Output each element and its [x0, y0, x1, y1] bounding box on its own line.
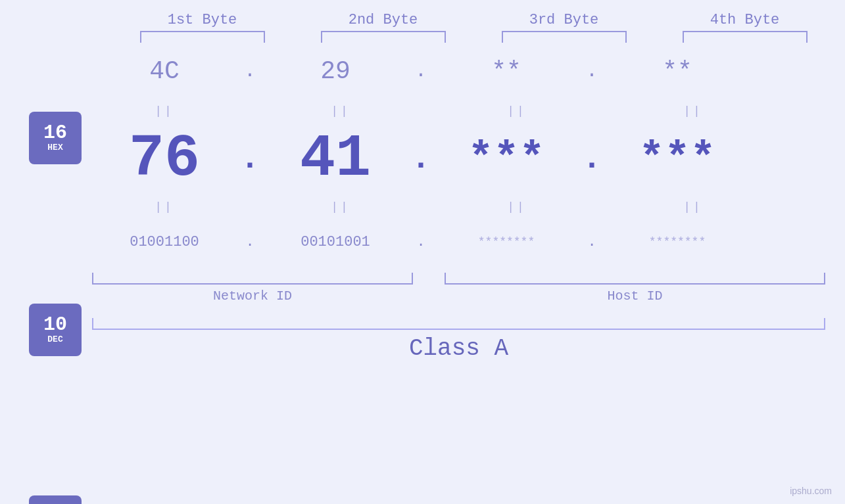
class-label: Class A: [92, 335, 825, 362]
dec-dot-1: .: [237, 140, 263, 195]
hex-val-3: **: [434, 57, 579, 85]
byte-3-label: 3rd Byte: [492, 12, 637, 28]
byte-4-label: 4th Byte: [673, 12, 817, 28]
dec-val-3: ***: [434, 135, 579, 183]
hex-row: 4C . 29 . ** . **: [92, 43, 825, 99]
byte-2-label: 2nd Byte: [311, 12, 456, 28]
hex-val-4: **: [605, 57, 750, 85]
network-bracket-group: Network ID: [92, 273, 413, 304]
eq-row-1: || || || ||: [92, 99, 825, 123]
byte-2-bracket: [321, 31, 446, 43]
bin-badge: 2 BIN: [29, 495, 82, 504]
byte-1-label: 1st Byte: [130, 12, 275, 28]
hex-badge: 16 HEX: [29, 112, 82, 164]
byte-1-bracket: [140, 31, 265, 43]
host-bracket-group: Host ID: [445, 273, 825, 304]
bin-row: 01001100 . 00101001 . ******** .: [92, 219, 825, 265]
eq-1-3: ||: [445, 104, 589, 118]
host-bracket: [445, 273, 825, 285]
class-section: Class A: [92, 318, 825, 362]
network-id-label: Network ID: [92, 288, 413, 304]
dec-val-2: 41: [263, 126, 408, 193]
eq-2-2: ||: [268, 200, 413, 214]
bin-val-2: 00101001: [263, 234, 408, 250]
byte-4-bracket: [683, 31, 808, 43]
badges-column: 16 HEX 10 DEC 2 BIN: [0, 43, 92, 504]
eq-2-4: ||: [621, 200, 765, 214]
hex-dot-2: .: [408, 60, 434, 82]
hex-val-1: 4C: [92, 57, 237, 85]
byte-3-bracket: [502, 31, 627, 43]
dec-val-1: 76: [92, 126, 237, 193]
hex-dot-1: .: [237, 60, 263, 82]
bin-val-4: ********: [605, 235, 750, 248]
bin-dot-1: .: [237, 234, 263, 250]
eq-1-4: ||: [621, 104, 765, 118]
dec-dot-2: .: [408, 140, 434, 195]
network-bracket: [92, 273, 413, 285]
dec-val-4: ***: [605, 135, 750, 183]
watermark: ipshu.com: [790, 486, 832, 496]
class-bracket: [92, 318, 825, 330]
eq-1-1: ||: [92, 104, 237, 118]
bin-dot-2: .: [408, 234, 434, 250]
bin-dot-3: .: [579, 234, 605, 250]
hex-dot-3: .: [579, 60, 605, 82]
dec-badge: 10 DEC: [29, 304, 82, 356]
dec-dot-3: .: [579, 140, 605, 195]
hex-val-2: 29: [263, 57, 408, 85]
bin-val-1: 01001100: [92, 234, 237, 250]
eq-row-2: || || || ||: [92, 195, 825, 219]
host-id-label: Host ID: [445, 288, 825, 304]
dec-row: 76 . 41 . *** . ***: [92, 123, 825, 195]
eq-2-3: ||: [445, 200, 589, 214]
bottom-bracket-row: Network ID Host ID: [92, 273, 825, 304]
bin-val-3: ********: [434, 235, 579, 248]
main-container: 1st Byte 2nd Byte 3rd Byte 4th Byte 16 H…: [0, 0, 845, 504]
eq-2-1: ||: [92, 200, 237, 214]
eq-1-2: ||: [268, 104, 413, 118]
